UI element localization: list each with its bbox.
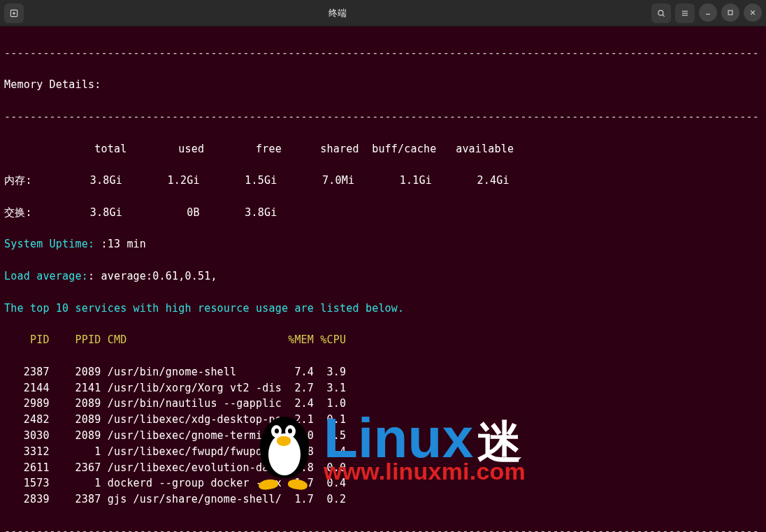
- loadavg-value: : average:0.61,0.51,: [88, 270, 217, 282]
- new-tab-button[interactable]: [4, 3, 24, 23]
- svg-rect-9: [728, 10, 732, 15]
- maximize-button[interactable]: [721, 3, 739, 22]
- terminal-output[interactable]: ----------------------------------------…: [0, 27, 766, 532]
- process-row: 2387 2089 /usr/bin/gnome-shell 7.4 3.9: [4, 364, 762, 380]
- process-row: 2144 2141 /usr/lib/xorg/Xorg vt2 -dis 2.…: [4, 380, 762, 396]
- process-row: 2839 2387 gjs /usr/share/gnome-shell/ 1.…: [4, 491, 762, 508]
- svg-point-3: [658, 10, 663, 15]
- mem-row: 内存: 3.8Gi 1.2Gi 1.5Gi 7.0Mi 1.1Gi 2.4Gi: [4, 173, 762, 189]
- swap-row: 交换: 3.8Gi 0B 3.8Gi: [4, 205, 762, 221]
- top10-header: The top 10 services with high resource u…: [4, 301, 762, 317]
- hamburger-menu-button[interactable]: [675, 3, 695, 23]
- process-row: 3312 1 /usr/libexec/fwupd/fwupd 1.8 1.4: [4, 444, 762, 460]
- svg-line-4: [663, 15, 665, 17]
- mem-columns: total used free shared buff/cache availa…: [4, 141, 762, 157]
- separator: ----------------------------------------…: [4, 109, 762, 125]
- process-row: 2989 2089 /usr/bin/nautilus --gapplic 2.…: [4, 396, 762, 412]
- close-button[interactable]: [744, 3, 762, 22]
- memory-details-header: Memory Details:: [4, 77, 762, 93]
- process-header: PID PPID CMD %MEM %CPU: [4, 332, 762, 348]
- process-row: 2482 2089 /usr/libexec/xdg-desktop-po 2.…: [4, 412, 762, 428]
- process-row: 1573 1 dockerd --group docker --ex 1.7 0…: [4, 475, 762, 491]
- loadavg-line: Load average:: average:0.61,0.51,: [4, 268, 762, 285]
- window-titlebar: 终端: [0, 0, 766, 27]
- separator: ----------------------------------------…: [4, 524, 762, 532]
- process-list: 2387 2089 /usr/bin/gnome-shell 7.4 3.9 2…: [4, 364, 762, 508]
- loadavg-label: Load average:: [4, 270, 88, 282]
- window-title: 终端: [24, 7, 651, 20]
- process-row: 3030 2089 /usr/libexec/gnome-terminal 2.…: [4, 428, 762, 444]
- uptime-value: :13 min: [101, 238, 146, 250]
- process-row: 2611 2367 /usr/libexec/evolution-data 1.…: [4, 460, 762, 476]
- uptime-line: System Uptime: :13 min: [4, 236, 762, 252]
- uptime-label: System Uptime:: [4, 238, 101, 250]
- search-button[interactable]: [651, 3, 671, 23]
- minimize-button[interactable]: [699, 3, 717, 22]
- separator: ----------------------------------------…: [4, 45, 762, 62]
